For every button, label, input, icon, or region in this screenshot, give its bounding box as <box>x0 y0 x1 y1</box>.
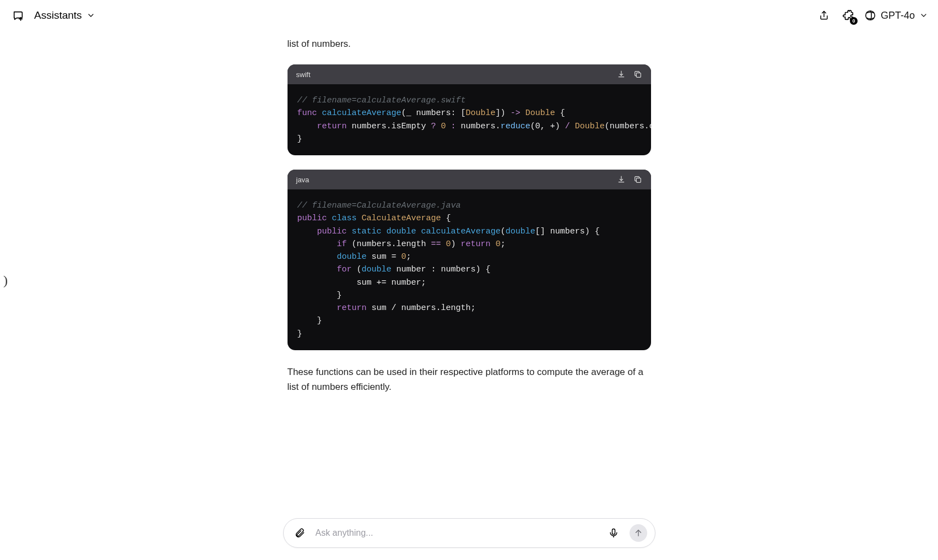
svg-rect-1 <box>636 73 641 78</box>
new-chat-icon[interactable] <box>10 7 26 24</box>
topbar-right: 0 GPT-4o <box>816 7 928 24</box>
chevron-down-icon <box>919 11 928 20</box>
topbar-left: Assistants <box>10 7 95 24</box>
code-header: swift <box>288 64 651 84</box>
message-column: list of numbers. swift // filename=calcu… <box>288 36 651 429</box>
code-lang-label: java <box>296 176 310 184</box>
composer-area <box>0 509 938 560</box>
composer <box>283 518 655 548</box>
assistants-label: Assistants <box>34 9 82 21</box>
copy-icon[interactable] <box>633 175 642 184</box>
openai-logo-icon <box>864 9 876 21</box>
composer-input[interactable] <box>316 528 598 538</box>
mic-icon[interactable] <box>605 525 622 541</box>
attach-icon[interactable] <box>291 525 308 541</box>
extensions-icon[interactable]: 0 <box>840 7 856 24</box>
top-bar: Assistants 0 GPT-4o <box>0 0 938 31</box>
conversation-scroll: list of numbers. swift // filename=calcu… <box>0 31 938 509</box>
sidebar-expand-handle[interactable]: ) <box>3 273 8 287</box>
code-body: // filename=calculateAverage.swift func … <box>288 84 651 155</box>
model-selector[interactable]: GPT-4o <box>864 9 928 21</box>
code-lang-label: swift <box>296 70 311 79</box>
download-icon[interactable] <box>617 175 626 184</box>
assistants-dropdown[interactable]: Assistants <box>34 9 95 21</box>
code-block-swift: swift // filename=calculateAverage.swift… <box>288 64 651 155</box>
svg-rect-3 <box>612 529 615 535</box>
copy-icon[interactable] <box>633 70 642 79</box>
svg-rect-2 <box>636 178 641 183</box>
share-icon[interactable] <box>816 7 832 24</box>
code-body: // filename=CalculateAverage.java public… <box>288 189 651 350</box>
code-block-java: java // filename=CalculateAverage.java p… <box>288 170 651 350</box>
chevron-down-icon <box>86 11 95 20</box>
model-name: GPT-4o <box>881 10 915 21</box>
extensions-badge: 0 <box>850 17 858 25</box>
download-icon[interactable] <box>617 70 626 79</box>
send-button[interactable] <box>630 524 647 542</box>
assistant-text-fragment: list of numbers. <box>288 36 651 51</box>
code-header: java <box>288 170 651 189</box>
assistant-text-outro: These functions can be used in their res… <box>288 365 651 394</box>
